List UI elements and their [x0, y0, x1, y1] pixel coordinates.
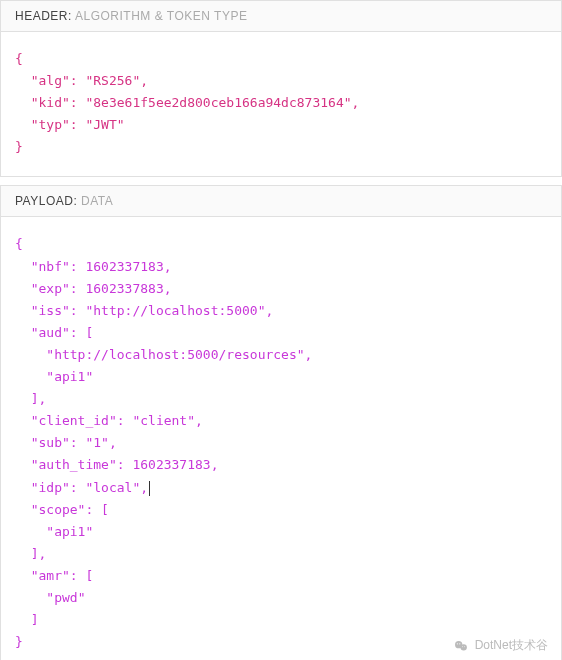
watermark-text: DotNet技术谷 [475, 637, 548, 654]
payload-section: PAYLOAD: DATA { "nbf": 1602337183, "exp"… [0, 185, 562, 660]
header-label: HEADER: [15, 9, 72, 23]
payload-aud-0: http://localhost:5000/resources [54, 347, 297, 362]
payload-scope-0: api1 [54, 524, 85, 539]
payload-exp-value: 1602337883 [85, 281, 163, 296]
header-subtitle: ALGORITHM & TOKEN TYPE [75, 9, 247, 23]
header-code-block[interactable]: { "alg": "RS256", "kid": "8e3e61f5ee2d80… [1, 32, 561, 176]
payload-code-block[interactable]: { "nbf": 1602337183, "exp": 1602337883, … [1, 217, 561, 660]
payload-aud-1: api1 [54, 369, 85, 384]
svg-point-4 [462, 646, 463, 647]
payload-clientid-value: client [140, 413, 187, 428]
text-cursor [149, 481, 150, 496]
svg-point-3 [459, 643, 460, 644]
payload-nbf-value: 1602337183 [85, 259, 163, 274]
payload-label: PAYLOAD: [15, 194, 77, 208]
payload-sub-value: 1 [93, 435, 101, 450]
payload-iss-value: http://localhost:5000 [93, 303, 257, 318]
header-typ-value: JWT [93, 117, 116, 132]
header-title-bar: HEADER: ALGORITHM & TOKEN TYPE [1, 1, 561, 32]
payload-subtitle: DATA [81, 194, 113, 208]
header-kid-value: 8e3e61f5ee2d800ceb166a94dc873164 [93, 95, 343, 110]
payload-authtime-value: 1602337183 [132, 457, 210, 472]
svg-point-5 [464, 646, 465, 647]
payload-amr-0: pwd [54, 590, 77, 605]
svg-point-2 [456, 643, 457, 644]
header-section: HEADER: ALGORITHM & TOKEN TYPE { "alg": … [0, 0, 562, 177]
header-alg-value: RS256 [93, 73, 132, 88]
wechat-icon [453, 638, 469, 654]
svg-point-1 [460, 644, 466, 650]
payload-idp-value: local [93, 480, 132, 495]
payload-title-bar: PAYLOAD: DATA [1, 186, 561, 217]
watermark: DotNet技术谷 [453, 637, 548, 654]
